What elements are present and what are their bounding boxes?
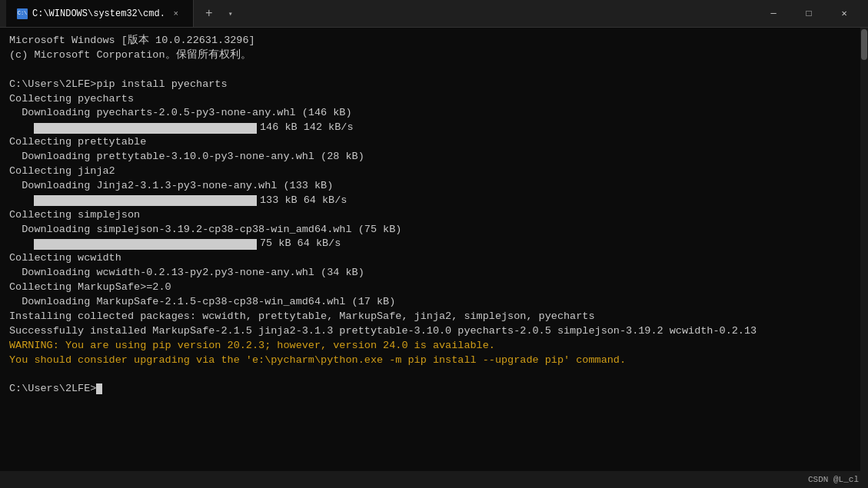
line-15: Collecting MarkupSafe>=2.0 xyxy=(9,281,851,295)
scrollbar[interactable] xyxy=(860,28,868,471)
close-button[interactable]: ✕ xyxy=(826,0,862,28)
bottom-bar: CSDN @L_cl xyxy=(0,471,868,488)
line-3 xyxy=(9,63,851,78)
progress-2: 133 kB 64 kB/s xyxy=(9,194,851,208)
line-12: Downloading simplejson-3.19.2-cp38-cp38-… xyxy=(9,223,851,237)
minimize-button[interactable]: — xyxy=(756,0,791,28)
new-tab-button[interactable]: + xyxy=(197,2,221,26)
branding-text: CSDN @L_cl xyxy=(808,475,859,484)
progress-text-3: 75 kB 64 kB/s xyxy=(260,237,341,251)
progress-bar-1 xyxy=(34,123,257,134)
line-6: Downloading pyecharts-2.0.5-py3-none-any… xyxy=(9,106,851,121)
line-8: Downloading prettytable-3.10.0-py3-none-… xyxy=(9,150,851,164)
titlebar: C:\ C:\WINDOWS\system32\cmd. × + ▾ — □ ✕ xyxy=(0,0,868,28)
prompt-line: C:\Users\2LFE> xyxy=(9,382,851,397)
line-19 xyxy=(9,367,851,382)
tab-dropdown-button[interactable]: ▾ xyxy=(221,5,240,23)
progress-bar-2 xyxy=(34,195,257,206)
line-10: Downloading Jinja2-3.1.3-py3-none-any.wh… xyxy=(9,179,851,194)
line-11: Collecting simplejson xyxy=(9,208,851,223)
line-warning-1: WARNING: You are using pip version 20.2.… xyxy=(9,339,851,354)
line-9: Collecting jinja2 xyxy=(9,164,851,179)
line-13: Collecting wcwidth xyxy=(9,251,851,266)
line-14: Downloading wcwidth-0.2.13-py2.py3-none-… xyxy=(9,266,851,281)
progress-text-1: 146 kB 142 kB/s xyxy=(260,121,354,135)
window-controls: — □ ✕ xyxy=(756,0,862,28)
tab-group: C:\ C:\WINDOWS\system32\cmd. × + ▾ xyxy=(6,0,756,27)
progress-bar-3 xyxy=(34,239,257,250)
line-5: Collecting pyecharts xyxy=(9,92,851,107)
tab-close-button[interactable]: × xyxy=(170,8,182,20)
line-17: Installing collected packages: wcwidth, … xyxy=(9,310,851,324)
tab-label: C:\WINDOWS\system32\cmd. xyxy=(32,8,165,19)
line-18: Successfully installed MarkupSafe-2.1.5 … xyxy=(9,324,851,339)
line-7: Collecting prettytable xyxy=(9,135,851,150)
cursor xyxy=(96,383,102,394)
maximize-button[interactable]: □ xyxy=(791,0,826,28)
progress-3: 75 kB 64 kB/s xyxy=(9,237,851,251)
content-area: Microsoft Windows [版本 10.0.22631.3296] (… xyxy=(0,28,868,471)
line-1: Microsoft Windows [版本 10.0.22631.3296] xyxy=(9,34,851,48)
line-2: (c) Microsoft Corporation。保留所有权利。 xyxy=(9,48,851,63)
tab-icon: C:\ xyxy=(17,8,28,19)
tab-icon-text: C:\ xyxy=(18,11,28,16)
progress-1: 146 kB 142 kB/s xyxy=(9,121,851,135)
line-warning-2: You should consider upgrading via the 'e… xyxy=(9,354,851,368)
tab-cmd[interactable]: C:\ C:\WINDOWS\system32\cmd. × xyxy=(6,0,194,27)
window: C:\ C:\WINDOWS\system32\cmd. × + ▾ — □ ✕… xyxy=(0,0,868,488)
terminal[interactable]: Microsoft Windows [版本 10.0.22631.3296] (… xyxy=(0,28,860,471)
scrollbar-thumb[interactable] xyxy=(861,29,867,60)
line-4: C:\Users\2LFE>pip install pyecharts xyxy=(9,78,851,92)
line-16: Downloading MarkupSafe-2.1.5-cp38-cp38-w… xyxy=(9,295,851,310)
progress-text-2: 133 kB 64 kB/s xyxy=(260,194,347,208)
